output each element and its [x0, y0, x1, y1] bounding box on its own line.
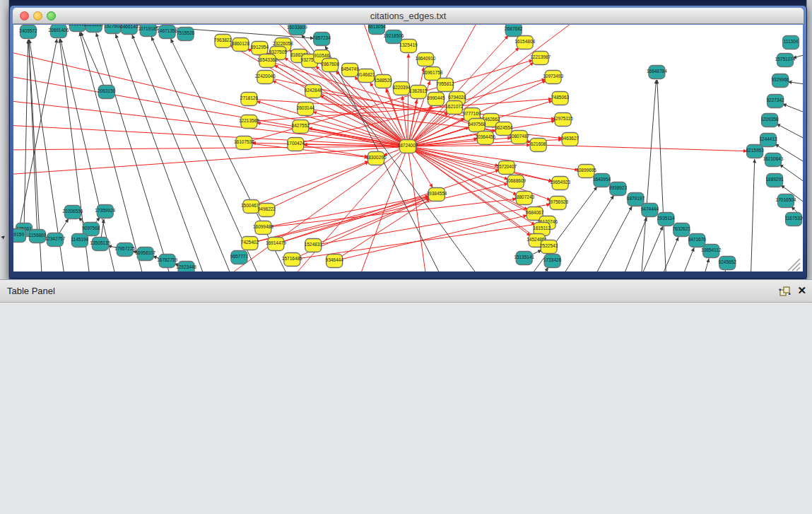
graph-node[interactable]: 10654112	[701, 245, 722, 258]
graph-node[interactable]: 1733426	[543, 255, 562, 268]
graph-node[interactable]: 111304	[783, 36, 799, 49]
graph-node[interactable]: 1362615	[409, 86, 428, 99]
graph-node[interactable]: 19384554	[427, 188, 447, 201]
graph-edge[interactable]	[251, 161, 368, 206]
graph-node[interactable]: 18807243	[514, 192, 534, 205]
graph-node[interactable]: 19654923	[550, 177, 570, 190]
graph-node[interactable]: 22420046	[255, 71, 276, 84]
graph-node[interactable]: 18724007	[398, 140, 418, 153]
graph-node[interactable]: 17016504	[776, 194, 796, 208]
graph-node[interactable]: 18300295	[366, 152, 387, 165]
close-icon[interactable]: ✕	[797, 284, 806, 297]
graph-edge[interactable]	[266, 162, 369, 210]
graph-node[interactable]: 9498222	[258, 204, 276, 217]
graph-node[interactable]: 2687682	[505, 25, 523, 37]
graph-node[interactable]: 19756928	[548, 197, 568, 210]
graph-node[interactable]: 9657771	[230, 251, 249, 264]
graph-node[interactable]: 621608	[530, 139, 546, 152]
graph-edge[interactable]	[639, 80, 656, 271]
graph-node[interactable]: 20364456	[475, 132, 495, 145]
network-graph[interactable]: 2405572206914062063151106532671527602646…	[13, 25, 803, 271]
graph-node[interactable]: 9346444	[326, 255, 344, 268]
graph-node[interactable]: 2405572	[19, 25, 37, 39]
graph-node[interactable]: 8813054	[367, 25, 386, 35]
graph-node[interactable]: 8860128	[232, 38, 250, 52]
graph-edge[interactable]	[261, 146, 408, 271]
graph-edge[interactable]	[750, 159, 755, 271]
graph-node[interactable]: 1325419	[399, 40, 418, 53]
graph-edge[interactable]	[649, 237, 678, 271]
graph-node[interactable]: 12213589	[239, 115, 259, 129]
graph-node[interactable]: 16154808	[514, 36, 535, 49]
graph-node[interactable]: 1621072	[445, 101, 464, 115]
graph-edge[interactable]	[334, 216, 527, 261]
graph-edge[interactable]	[28, 40, 37, 236]
graph-node[interactable]: 8427552	[292, 120, 310, 134]
graph-node[interactable]: 16543362	[257, 54, 278, 68]
resize-grip-icon[interactable]	[788, 259, 800, 271]
graph-edge[interactable]	[717, 271, 725, 271]
graph-node[interactable]: 6466140	[120, 25, 139, 35]
graph-node[interactable]: 15720407	[496, 161, 517, 175]
graph-node[interactable]: 12213987	[530, 52, 551, 65]
graph-node[interactable]: 1640954	[593, 174, 611, 187]
graph-edge[interactable]	[13, 146, 408, 150]
graph-node[interactable]: 8220394	[392, 82, 411, 95]
graph-edge[interactable]	[295, 144, 368, 157]
graph-edge[interactable]	[628, 226, 663, 271]
graph-edge[interactable]	[671, 247, 694, 271]
graph-node[interactable]: 1889291	[765, 174, 784, 187]
graph-edge[interactable]	[579, 206, 632, 271]
graph-node[interactable]: 39159	[13, 229, 25, 243]
graph-node[interactable]: 12342757	[45, 233, 65, 247]
graph-node[interactable]: 10807487	[509, 131, 529, 144]
graph-edge[interactable]	[777, 124, 803, 146]
graph-node[interactable]: 10899695	[576, 165, 596, 178]
graph-node[interactable]: 8215953	[746, 145, 765, 158]
graph-node[interactable]: 7963822	[214, 35, 233, 48]
graph-edge[interactable]	[18, 39, 57, 235]
graph-edge[interactable]	[695, 259, 709, 271]
graph-node[interactable]: 1244413	[759, 134, 777, 147]
graph-edge[interactable]	[408, 54, 408, 146]
graph-node[interactable]: 9245652	[719, 257, 737, 270]
graph-node[interactable]: 15716485	[282, 253, 302, 267]
graph-node[interactable]: 9146821	[357, 69, 375, 83]
graph-node[interactable]: 8938923	[609, 182, 628, 196]
float-window-icon[interactable]	[779, 286, 791, 298]
graph-edge[interactable]	[276, 197, 429, 244]
graph-node[interactable]: 6879197	[627, 193, 645, 206]
graph-node[interactable]: 12975115	[553, 113, 573, 127]
graph-edge[interactable]	[408, 146, 579, 170]
graph-node[interactable]: 9242848	[305, 85, 323, 98]
graph-node[interactable]: 1527602	[104, 25, 122, 34]
graph-node[interactable]: 8990445	[427, 93, 445, 106]
graph-edge[interactable]	[657, 80, 667, 271]
graph-node[interactable]: 16099488	[253, 221, 273, 235]
graph-edge[interactable]	[788, 82, 803, 86]
graph-node[interactable]: 7857234	[313, 33, 331, 46]
graph-node[interactable]: 20691406	[48, 25, 69, 38]
graph-edge[interactable]	[526, 267, 548, 271]
graph-node[interactable]: 17359924	[95, 205, 115, 218]
graph-node[interactable]: 2718126	[240, 93, 259, 106]
graph-node[interactable]: 2867608	[322, 59, 340, 72]
graph-edge[interactable]	[249, 197, 429, 243]
graph-node[interactable]: 14671358	[157, 25, 177, 39]
graph-node[interactable]: 17957225	[114, 243, 135, 257]
graph-node[interactable]: 9463627	[561, 133, 579, 146]
graph-node[interactable]: 16210643	[763, 153, 784, 167]
network-canvas[interactable]: 2405572206914062063151106532671527602646…	[13, 25, 803, 271]
graph-edge[interactable]	[276, 170, 499, 244]
graph-node[interactable]: 16648784	[647, 66, 667, 79]
graph-node[interactable]: 16782759	[157, 255, 177, 268]
graph-node[interactable]: 7632621	[673, 223, 691, 237]
graph-node[interactable]: 15751074	[775, 54, 796, 67]
graph-node[interactable]: 7955812	[436, 78, 454, 92]
graph-node[interactable]: 1167533	[785, 213, 803, 226]
graph-node[interactable]: 1156869	[29, 230, 47, 243]
graph-node[interactable]: 1145194	[71, 234, 88, 247]
graph-node[interactable]: 1209358	[760, 114, 779, 127]
graph-node[interactable]: 7515526	[177, 28, 195, 41]
graph-node[interactable]: 2522543	[540, 240, 558, 254]
